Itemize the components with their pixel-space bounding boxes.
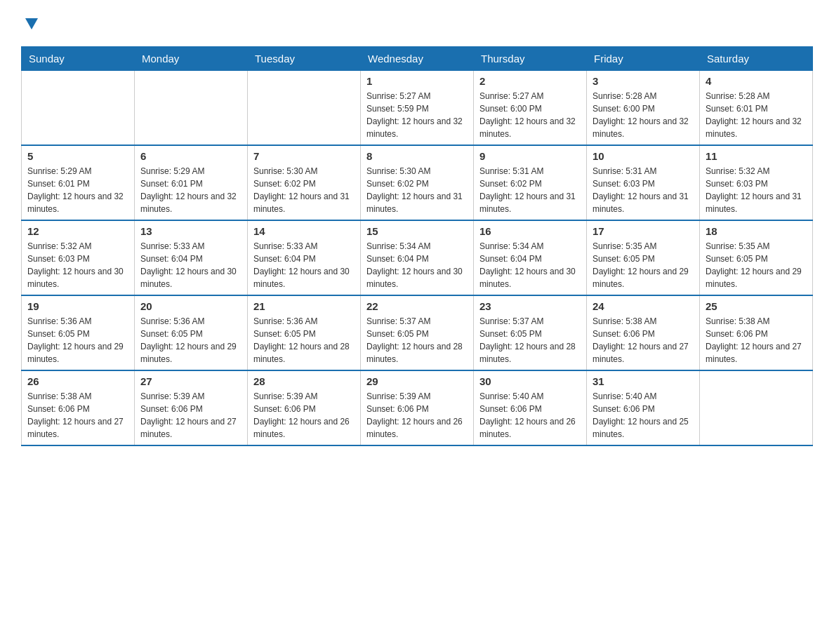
day-number: 17 (593, 225, 694, 237)
day-info: Sunrise: 5:39 AMSunset: 6:06 PMDaylight:… (140, 390, 241, 441)
calendar-cell: 13Sunrise: 5:33 AMSunset: 6:04 PMDayligh… (135, 220, 248, 295)
calendar-cell: 21Sunrise: 5:36 AMSunset: 6:05 PMDayligh… (248, 295, 361, 370)
day-number: 20 (140, 300, 241, 312)
calendar-cell (135, 71, 248, 146)
day-info: Sunrise: 5:38 AMSunset: 6:06 PMDaylight:… (706, 315, 807, 365)
day-number: 14 (253, 225, 355, 237)
calendar-cell: 1Sunrise: 5:27 AMSunset: 5:59 PMDaylight… (361, 71, 474, 146)
calendar-cell: 25Sunrise: 5:38 AMSunset: 6:06 PMDayligh… (700, 295, 813, 370)
day-info: Sunrise: 5:30 AMSunset: 6:02 PMDaylight:… (253, 165, 355, 215)
day-info: Sunrise: 5:33 AMSunset: 6:04 PMDaylight:… (253, 240, 355, 290)
day-number: 30 (479, 375, 581, 387)
day-info: Sunrise: 5:27 AMSunset: 6:00 PMDaylight:… (479, 90, 581, 140)
day-info: Sunrise: 5:27 AMSunset: 5:59 PMDaylight:… (366, 90, 468, 140)
day-number: 27 (140, 375, 241, 387)
day-info: Sunrise: 5:29 AMSunset: 6:01 PMDaylight:… (27, 165, 128, 215)
calendar-cell: 11Sunrise: 5:32 AMSunset: 6:03 PMDayligh… (700, 145, 813, 220)
day-number: 23 (479, 300, 581, 312)
day-of-week-header: Friday (587, 47, 700, 71)
calendar-cell: 6Sunrise: 5:29 AMSunset: 6:01 PMDaylight… (135, 145, 248, 220)
day-info: Sunrise: 5:40 AMSunset: 6:06 PMDaylight:… (479, 390, 581, 441)
calendar-cell (248, 71, 361, 146)
day-info: Sunrise: 5:34 AMSunset: 6:04 PMDaylight:… (366, 240, 468, 290)
calendar-week-row: 1Sunrise: 5:27 AMSunset: 5:59 PMDaylight… (22, 71, 813, 146)
calendar-cell: 10Sunrise: 5:31 AMSunset: 6:03 PMDayligh… (587, 145, 700, 220)
day-info: Sunrise: 5:31 AMSunset: 6:02 PMDaylight:… (479, 165, 581, 215)
day-number: 7 (253, 150, 355, 162)
logo (21, 14, 39, 34)
calendar-cell: 27Sunrise: 5:39 AMSunset: 6:06 PMDayligh… (135, 370, 248, 445)
calendar-cell: 18Sunrise: 5:35 AMSunset: 6:05 PMDayligh… (700, 220, 813, 295)
calendar-cell: 3Sunrise: 5:28 AMSunset: 6:00 PMDaylight… (587, 71, 700, 146)
day-number: 19 (27, 300, 128, 312)
calendar-cell: 16Sunrise: 5:34 AMSunset: 6:04 PMDayligh… (474, 220, 587, 295)
calendar-cell: 22Sunrise: 5:37 AMSunset: 6:05 PMDayligh… (361, 295, 474, 370)
day-of-week-header: Sunday (22, 47, 135, 71)
day-info: Sunrise: 5:38 AMSunset: 6:06 PMDaylight:… (27, 390, 128, 441)
day-number: 12 (27, 225, 128, 237)
day-info: Sunrise: 5:37 AMSunset: 6:05 PMDaylight:… (366, 315, 468, 365)
calendar-cell: 17Sunrise: 5:35 AMSunset: 6:05 PMDayligh… (587, 220, 700, 295)
day-number: 18 (706, 225, 807, 237)
day-info: Sunrise: 5:32 AMSunset: 6:03 PMDaylight:… (706, 165, 807, 215)
calendar-cell: 29Sunrise: 5:39 AMSunset: 6:06 PMDayligh… (361, 370, 474, 445)
calendar-cell: 15Sunrise: 5:34 AMSunset: 6:04 PMDayligh… (361, 220, 474, 295)
day-number: 31 (593, 375, 694, 387)
calendar-body: 1Sunrise: 5:27 AMSunset: 5:59 PMDaylight… (22, 71, 813, 446)
calendar-cell: 14Sunrise: 5:33 AMSunset: 6:04 PMDayligh… (248, 220, 361, 295)
calendar-cell: 23Sunrise: 5:37 AMSunset: 6:05 PMDayligh… (474, 295, 587, 370)
calendar-cell: 26Sunrise: 5:38 AMSunset: 6:06 PMDayligh… (22, 370, 135, 445)
calendar-header: SundayMondayTuesdayWednesdayThursdayFrid… (22, 47, 813, 71)
day-number: 4 (706, 75, 807, 87)
day-number: 1 (366, 75, 468, 87)
calendar-cell: 9Sunrise: 5:31 AMSunset: 6:02 PMDaylight… (474, 145, 587, 220)
days-of-week-row: SundayMondayTuesdayWednesdayThursdayFrid… (22, 47, 813, 71)
day-number: 3 (593, 75, 694, 87)
day-info: Sunrise: 5:34 AMSunset: 6:04 PMDaylight:… (479, 240, 581, 290)
day-info: Sunrise: 5:28 AMSunset: 6:00 PMDaylight:… (593, 90, 694, 140)
day-info: Sunrise: 5:28 AMSunset: 6:01 PMDaylight:… (706, 90, 807, 140)
day-info: Sunrise: 5:35 AMSunset: 6:05 PMDaylight:… (593, 240, 694, 290)
day-number: 6 (140, 150, 241, 162)
day-number: 16 (479, 225, 581, 237)
day-of-week-header: Wednesday (361, 47, 474, 71)
calendar-cell: 2Sunrise: 5:27 AMSunset: 6:00 PMDaylight… (474, 71, 587, 146)
day-number: 10 (593, 150, 694, 162)
day-number: 8 (366, 150, 468, 162)
day-number: 11 (706, 150, 807, 162)
calendar-week-row: 26Sunrise: 5:38 AMSunset: 6:06 PMDayligh… (22, 370, 813, 445)
day-info: Sunrise: 5:39 AMSunset: 6:06 PMDaylight:… (366, 390, 468, 441)
svg-marker-0 (25, 18, 38, 29)
day-number: 26 (27, 375, 128, 387)
day-info: Sunrise: 5:36 AMSunset: 6:05 PMDaylight:… (253, 315, 355, 365)
calendar-week-row: 12Sunrise: 5:32 AMSunset: 6:03 PMDayligh… (22, 220, 813, 295)
calendar-cell: 20Sunrise: 5:36 AMSunset: 6:05 PMDayligh… (135, 295, 248, 370)
day-number: 2 (479, 75, 581, 87)
calendar-week-row: 19Sunrise: 5:36 AMSunset: 6:05 PMDayligh… (22, 295, 813, 370)
calendar-cell: 30Sunrise: 5:40 AMSunset: 6:06 PMDayligh… (474, 370, 587, 445)
day-number: 25 (706, 300, 807, 312)
day-info: Sunrise: 5:36 AMSunset: 6:05 PMDaylight:… (27, 315, 128, 365)
day-number: 5 (27, 150, 128, 162)
calendar-cell: 28Sunrise: 5:39 AMSunset: 6:06 PMDayligh… (248, 370, 361, 445)
day-info: Sunrise: 5:30 AMSunset: 6:02 PMDaylight:… (366, 165, 468, 215)
day-info: Sunrise: 5:31 AMSunset: 6:03 PMDaylight:… (593, 165, 694, 215)
day-number: 21 (253, 300, 355, 312)
day-info: Sunrise: 5:29 AMSunset: 6:01 PMDaylight:… (140, 165, 241, 215)
day-number: 29 (366, 375, 468, 387)
day-info: Sunrise: 5:33 AMSunset: 6:04 PMDaylight:… (140, 240, 241, 290)
day-info: Sunrise: 5:35 AMSunset: 6:05 PMDaylight:… (706, 240, 807, 290)
day-number: 22 (366, 300, 468, 312)
calendar-week-row: 5Sunrise: 5:29 AMSunset: 6:01 PMDaylight… (22, 145, 813, 220)
day-number: 13 (140, 225, 241, 237)
page-header (21, 14, 813, 34)
day-number: 15 (366, 225, 468, 237)
calendar-cell: 24Sunrise: 5:38 AMSunset: 6:06 PMDayligh… (587, 295, 700, 370)
calendar-table: SundayMondayTuesdayWednesdayThursdayFrid… (21, 46, 813, 446)
day-number: 24 (593, 300, 694, 312)
calendar-cell: 31Sunrise: 5:40 AMSunset: 6:06 PMDayligh… (587, 370, 700, 445)
calendar-cell: 5Sunrise: 5:29 AMSunset: 6:01 PMDaylight… (22, 145, 135, 220)
logo-triangle-icon (24, 15, 39, 34)
day-info: Sunrise: 5:38 AMSunset: 6:06 PMDaylight:… (593, 315, 694, 365)
day-info: Sunrise: 5:32 AMSunset: 6:03 PMDaylight:… (27, 240, 128, 290)
